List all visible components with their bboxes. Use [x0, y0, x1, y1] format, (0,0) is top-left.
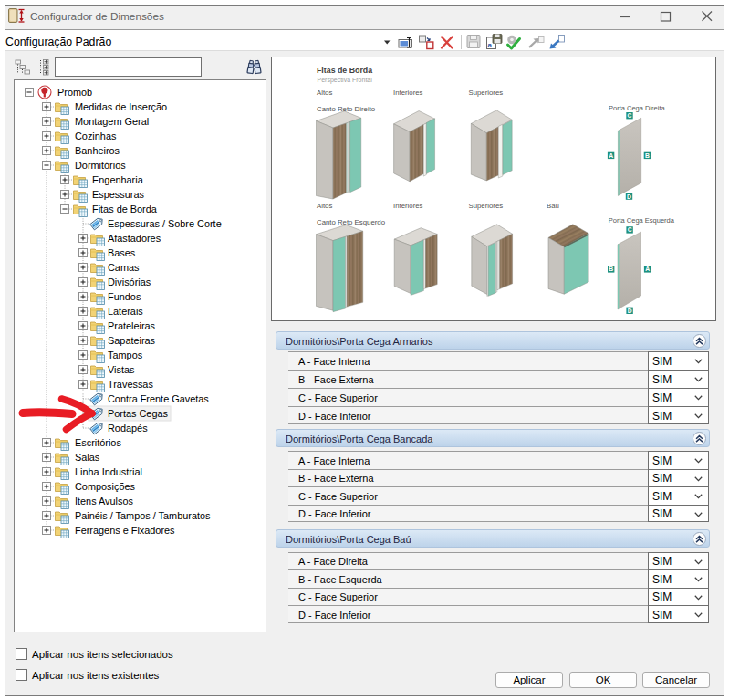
- svg-text:Vistas: Vistas: [108, 364, 135, 375]
- svg-text:Promob: Promob: [57, 87, 92, 98]
- svg-text:Fundos: Fundos: [108, 291, 141, 302]
- svg-text:Sapateiras: Sapateiras: [108, 335, 156, 346]
- svg-text:Prateleiras: Prateleiras: [108, 320, 156, 331]
- svg-text:Altos: Altos: [317, 89, 332, 97]
- svg-text:Medidas de Inserção: Medidas de Inserção: [75, 101, 167, 112]
- svg-text:Espessuras: Espessuras: [92, 189, 144, 200]
- svg-text:Dormitórios: Dormitórios: [75, 160, 126, 171]
- svg-text:a: a: [488, 41, 493, 49]
- svg-text:Perspectiva Frontal: Perspectiva Frontal: [318, 77, 373, 84]
- svg-text:Itens Avulsos: Itens Avulsos: [75, 496, 134, 507]
- svg-text:Afastadores: Afastadores: [108, 233, 161, 244]
- svg-text:Fitas de Borda: Fitas de Borda: [317, 66, 372, 75]
- svg-text:Travessas: Travessas: [108, 379, 153, 390]
- svg-text:Tampos: Tampos: [108, 350, 143, 360]
- svg-text:A: A: [609, 152, 613, 159]
- svg-text:Porta Cega Esquerda: Porta Cega Esquerda: [609, 216, 675, 225]
- svg-text:Portas Cegas: Portas Cegas: [108, 408, 169, 419]
- svg-text:Superiores: Superiores: [469, 202, 504, 210]
- svg-text:Inferiores: Inferiores: [393, 202, 423, 210]
- svg-text:Camas: Camas: [108, 262, 140, 273]
- svg-text:Fitas de Borda: Fitas de Borda: [92, 204, 158, 214]
- svg-text:Salas: Salas: [75, 452, 100, 463]
- svg-text:Canto Reto Direito: Canto Reto Direito: [317, 105, 376, 113]
- svg-text:Linha Industrial: Linha Industrial: [75, 466, 142, 477]
- svg-text:D: D: [628, 308, 632, 314]
- svg-text:Contra Frente Gavetas: Contra Frente Gavetas: [108, 393, 209, 404]
- svg-text:Rodapés: Rodapés: [108, 423, 148, 434]
- svg-text:Laterais: Laterais: [108, 306, 143, 317]
- svg-text:Painéis / Tampos / Tamburatos: Painéis / Tampos / Tamburatos: [75, 510, 211, 521]
- svg-text:Bases: Bases: [108, 247, 136, 258]
- svg-text:A: A: [645, 266, 650, 272]
- svg-text:B: B: [645, 152, 650, 159]
- svg-text:Baú: Baú: [547, 202, 559, 210]
- svg-text:C: C: [628, 226, 632, 233]
- svg-text:Engenharia: Engenharia: [92, 174, 144, 185]
- svg-text:D: D: [627, 193, 631, 200]
- svg-text:Banheiros: Banheiros: [75, 145, 120, 156]
- svg-text:Divisórias: Divisórias: [108, 277, 151, 287]
- svg-text:Espessuras / Sobre Corte: Espessuras / Sobre Corte: [108, 218, 222, 229]
- svg-text:B: B: [609, 266, 613, 272]
- svg-text:Ferragens e Fixadores: Ferragens e Fixadores: [75, 525, 175, 536]
- svg-text:Altos: Altos: [317, 202, 332, 210]
- svg-text:Canto Reto Esquerdo: Canto Reto Esquerdo: [317, 218, 386, 226]
- svg-text:Cozinhas: Cozinhas: [75, 131, 117, 141]
- svg-text:Superiores: Superiores: [469, 89, 504, 97]
- svg-text:Composições: Composições: [75, 481, 136, 492]
- svg-text:Escritórios: Escritórios: [75, 437, 121, 448]
- svg-text:Montagem Geral: Montagem Geral: [75, 116, 149, 127]
- svg-text:C: C: [628, 112, 632, 119]
- svg-text:Porta Cega Direita: Porta Cega Direita: [609, 104, 666, 112]
- svg-text:Inferiores: Inferiores: [393, 89, 423, 97]
